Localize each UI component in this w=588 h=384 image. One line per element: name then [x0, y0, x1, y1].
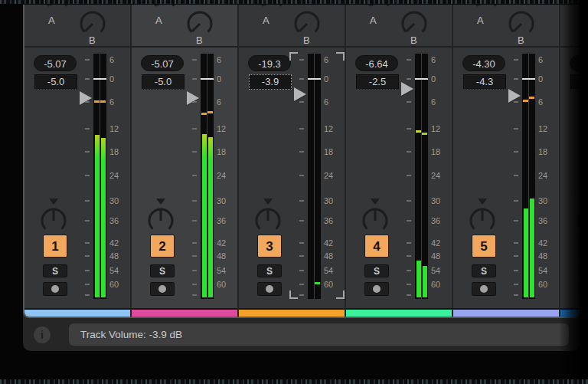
scale-number: 60: [431, 279, 440, 290]
clip-stop-button[interactable]: 4: [364, 235, 389, 258]
volume-fader-handle[interactable]: [187, 91, 199, 105]
arm-record-button[interactable]: [364, 282, 389, 296]
solo-button[interactable]: S: [43, 264, 67, 277]
clip-stop-button[interactable]: [579, 235, 580, 258]
send-b-label: B: [518, 34, 524, 46]
peak-level-display[interactable]: -4.30: [462, 55, 505, 71]
peak-hold-indicator: [529, 97, 534, 99]
scale-tick: [514, 78, 518, 80]
volume-fader-handle[interactable]: [508, 89, 521, 103]
level-meter[interactable]: [415, 54, 428, 299]
solo-button[interactable]: S: [150, 264, 175, 277]
clip-stop-button[interactable]: 2: [150, 235, 175, 258]
scale-number: 36: [217, 215, 226, 226]
scale-tick: [192, 175, 197, 176]
volume-fader-handle[interactable]: [294, 87, 306, 101]
scale-number: 18: [324, 146, 333, 157]
scale-tick: [299, 128, 304, 130]
send-b-label: B: [410, 34, 417, 46]
scale-tick: [407, 101, 411, 103]
level-meter[interactable]: [522, 54, 535, 299]
scale-number: 24: [431, 170, 440, 181]
track-volume-field[interactable]: -5.0: [34, 74, 77, 90]
volume-fader-handle[interactable]: [80, 91, 92, 105]
clip-stop-button[interactable]: 1: [43, 235, 67, 258]
scale-tick: [85, 101, 90, 103]
scale-number: 0: [324, 74, 328, 84]
scale-number: 6: [538, 54, 543, 65]
send-a-knob[interactable]: [366, 5, 392, 11]
send-b-knob[interactable]: [508, 11, 534, 37]
scale-number: 30: [109, 195, 119, 206]
peak-hold-indicator: [207, 111, 213, 113]
scale-tick: [192, 200, 197, 202]
scale-tick: [514, 128, 518, 130]
scale-number: 6: [324, 54, 328, 65]
arm-record-button[interactable]: [43, 282, 67, 296]
arm-record-button[interactable]: [472, 282, 496, 296]
track-volume-field[interactable]: -5.0: [142, 74, 185, 90]
arm-record-button[interactable]: [579, 282, 580, 296]
peak-level-display[interactable]: -19.3: [248, 55, 291, 71]
level-meter[interactable]: [93, 54, 106, 299]
solo-button[interactable]: S: [364, 264, 389, 277]
solo-button[interactable]: S: [472, 264, 496, 277]
scale-tick: [407, 151, 411, 153]
track-volume-field[interactable]: [570, 74, 580, 90]
status-bar: i Track Volume: -3.9 dB: [23, 318, 580, 351]
pan-knob[interactable]: [253, 198, 283, 235]
send-b-knob[interactable]: [80, 11, 106, 37]
pan-knob[interactable]: [361, 198, 390, 235]
clip-stop-button[interactable]: 3: [257, 235, 282, 258]
scale-tick: [299, 151, 304, 153]
level-meter[interactable]: [308, 54, 321, 299]
peak-level-display[interactable]: -5.07: [141, 55, 184, 71]
solo-button[interactable]: S: [257, 264, 282, 277]
track-volume-field[interactable]: -2.5: [356, 74, 399, 90]
scale-number: 36: [538, 215, 547, 226]
pan-knob[interactable]: [39, 198, 68, 235]
volume-fader-handle[interactable]: [401, 82, 413, 96]
scale-number: 48: [109, 251, 119, 261]
level-meter[interactable]: [201, 54, 214, 299]
send-a-knob[interactable]: [152, 5, 178, 11]
send-a-knob[interactable]: [473, 5, 499, 11]
solo-button[interactable]: [579, 264, 580, 277]
pan-knob[interactable]: [468, 198, 497, 235]
scale-tick: [514, 200, 518, 202]
send-b-knob[interactable]: [294, 11, 320, 37]
peak-hold-indicator: [416, 130, 421, 133]
scale-number: 30: [431, 195, 440, 206]
scale-tick: [514, 270, 518, 271]
send-a-knob[interactable]: [44, 5, 70, 11]
scale-tick: [299, 200, 304, 202]
fader-area: -19.3 -3.9 3 S 606121824303642485460: [239, 48, 345, 307]
arm-record-button[interactable]: [150, 282, 175, 296]
scale-tick: [299, 242, 304, 244]
track-color-bar: [24, 308, 130, 317]
info-icon[interactable]: i: [34, 327, 51, 343]
scale-number: 48: [217, 251, 226, 261]
send-b-label: B: [196, 34, 203, 46]
track-volume-field[interactable]: -3.9: [249, 74, 292, 90]
clip-stop-button[interactable]: 5: [472, 235, 496, 258]
peak-level-display[interactable]: -6.64: [355, 55, 398, 71]
scale-number: 6: [324, 97, 328, 107]
peak-level-display[interactable]: -5.07: [34, 55, 77, 71]
scale-number: 36: [109, 215, 119, 226]
meter-divider: [314, 54, 315, 299]
peak-level-display[interactable]: [570, 55, 580, 71]
pan-knob[interactable]: [146, 198, 175, 235]
track-strip: A B -6.64 -2.5: [346, 5, 453, 317]
scale-number: 42: [431, 238, 440, 248]
meter-bar-left: [524, 208, 528, 297]
zero-db-marker: [93, 78, 106, 80]
send-a-knob[interactable]: [259, 5, 285, 11]
track-color-bar: [346, 308, 452, 317]
arm-record-button[interactable]: [257, 282, 282, 296]
pan-knob[interactable]: [575, 198, 580, 235]
record-circle-icon: [51, 285, 59, 293]
track-volume-field[interactable]: -4.3: [463, 74, 506, 90]
send-b-knob[interactable]: [401, 11, 427, 37]
send-b-knob[interactable]: [187, 11, 213, 37]
